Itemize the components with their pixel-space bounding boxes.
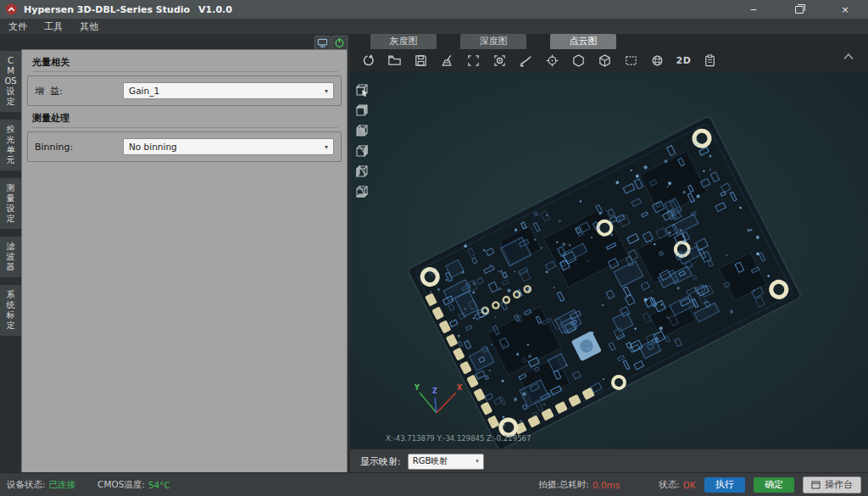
capture-time-value: 0.0ms xyxy=(593,480,620,490)
chevron-down-icon: ▾ xyxy=(325,87,328,95)
maximize-button[interactable] xyxy=(776,0,822,19)
menu-file[interactable]: 文件 xyxy=(0,19,36,34)
app-window: Hypersen 3D-DBL-Series Studio V1.0.0 − ×… xyxy=(0,0,868,496)
device-status-label: 设备状态: xyxy=(7,479,46,491)
cmos-temp-label: CMOS温度: xyxy=(97,479,145,491)
clean-icon[interactable] xyxy=(439,53,455,69)
power-button[interactable] xyxy=(331,36,348,50)
status-bar: 设备状态: 已连接 CMOS温度: 54°C 拍摄:总耗时: 0.0ms 状态:… xyxy=(0,472,868,496)
power-icon xyxy=(334,37,345,48)
save-icon[interactable] xyxy=(413,53,429,69)
mapping-label: 显示映射: xyxy=(360,455,401,468)
hexagon-icon[interactable] xyxy=(570,53,587,69)
measure-section-title: 测量处理 xyxy=(32,112,338,128)
sidetab-cmos-settings[interactable]: CMOS设定 xyxy=(0,51,21,112)
cmos-temp-value: 54°C xyxy=(148,480,170,490)
sphere-icon[interactable] xyxy=(649,53,665,69)
chevron-up-icon xyxy=(843,53,854,60)
view-select-icon[interactable] xyxy=(353,81,370,98)
binning-dropdown[interactable]: No binning ▾ xyxy=(123,138,334,155)
sidetab-system-calibration[interactable]: 系统标定 xyxy=(0,285,21,336)
axis-x-label: X xyxy=(457,384,463,392)
execute-button[interactable]: 执行 xyxy=(704,477,745,493)
display-icon xyxy=(317,38,328,48)
mapping-value: RGB映射 xyxy=(413,455,448,467)
binning-group: Binning: No binning ▾ xyxy=(27,131,342,162)
tab-pointcloud[interactable]: 点云图 xyxy=(550,34,616,49)
clipboard-icon[interactable] xyxy=(702,53,718,69)
axis-y-label: Y xyxy=(414,384,420,392)
view-bottom-icon[interactable] xyxy=(353,183,370,200)
cube-icon[interactable] xyxy=(597,53,613,69)
sidetab-filter[interactable]: 滤波器 xyxy=(0,237,21,277)
fit-view-icon[interactable] xyxy=(465,53,481,69)
viewport-area: 灰度图 深度图 点云图 xyxy=(350,34,868,473)
chevron-down-icon: ▾ xyxy=(325,143,328,151)
viewport-toolbar: 2D xyxy=(350,49,868,71)
settings-category-tabs: CMOS设定 投光单元 测量设定 滤波器 系统标定 xyxy=(0,51,21,343)
state-label: 状态: xyxy=(659,479,680,491)
undo-icon[interactable] xyxy=(360,53,376,69)
device-status-value: 已连接 xyxy=(49,479,76,491)
settings-panel: 光量相关 增 益: Gain_1 ▾ 测量处理 Binning: No binn… xyxy=(21,49,348,473)
state-value: OK xyxy=(683,480,696,490)
confirm-button[interactable]: 确定 xyxy=(754,477,794,493)
console-window-icon xyxy=(811,481,821,489)
view-right-icon[interactable] xyxy=(353,142,370,159)
mapping-dropdown[interactable]: RGB映射 ▾ xyxy=(408,454,484,470)
gain-value: Gain_1 xyxy=(129,86,159,96)
menu-others[interactable]: 其他 xyxy=(71,19,107,34)
tab-depth[interactable]: 深度图 xyxy=(460,34,526,49)
view-orientation-buttons xyxy=(353,81,370,200)
view-front-icon[interactable] xyxy=(353,122,370,139)
gain-group: 增 益: Gain_1 ▾ xyxy=(27,75,342,106)
view-tabs: 灰度图 深度图 点云图 xyxy=(350,34,868,49)
gain-dropdown[interactable]: Gain_1 ▾ xyxy=(123,82,334,99)
sidetab-projector-unit[interactable]: 投光单元 xyxy=(0,120,21,170)
view-top-icon[interactable] xyxy=(353,102,370,119)
brush-select-icon[interactable] xyxy=(518,53,534,69)
menu-tools[interactable]: 工具 xyxy=(36,19,71,34)
menu-bar: 文件 工具 其他 xyxy=(0,19,868,34)
console-button[interactable]: 操作台 xyxy=(803,476,861,493)
toolbar-collapse-button[interactable] xyxy=(843,53,854,60)
gain-label: 增 益: xyxy=(35,85,123,98)
box-select-icon[interactable] xyxy=(623,53,639,69)
tab-grayscale[interactable]: 灰度图 xyxy=(370,34,437,49)
axis-z-label: Z xyxy=(432,387,437,395)
view-left-icon[interactable] xyxy=(353,163,370,180)
crosshair-icon[interactable] xyxy=(544,53,560,69)
window-version: V1.0.0 xyxy=(198,4,232,15)
view-2d-button[interactable]: 2D xyxy=(676,53,692,69)
close-button[interactable]: × xyxy=(822,0,868,19)
app-logo-icon xyxy=(5,3,18,16)
capture-time-label: 拍摄:总耗时: xyxy=(538,479,589,491)
pcb-point-cloud-render: Y Z X X:-43.713879 Y:-34.129845 Z:-0.219… xyxy=(350,71,868,449)
display-mapping-bar: 显示映射: RGB映射 ▾ xyxy=(350,449,868,473)
maximize-icon xyxy=(795,6,804,14)
cursor-coordinates: X:-43.713879 Y:-34.129845 Z:-0.219567 xyxy=(386,434,531,443)
capture-target-icon[interactable] xyxy=(492,53,508,69)
chevron-down-icon: ▾ xyxy=(476,458,479,465)
binning-value: No binning xyxy=(129,142,177,152)
binning-label: Binning: xyxy=(35,142,123,153)
title-bar: Hypersen 3D-DBL-Series Studio V1.0.0 − × xyxy=(0,0,868,19)
window-title: Hypersen 3D-DBL-Series Studio xyxy=(24,4,190,15)
minimize-button[interactable]: − xyxy=(731,0,776,19)
point-cloud-canvas[interactable]: Y Z X X:-43.713879 Y:-34.129845 Z:-0.219… xyxy=(350,71,868,449)
display-toggle-button[interactable] xyxy=(314,36,331,50)
open-folder-icon[interactable] xyxy=(387,53,403,69)
light-section-title: 光量相关 xyxy=(32,56,338,72)
sidetab-measure-settings[interactable]: 测量设定 xyxy=(0,178,21,229)
